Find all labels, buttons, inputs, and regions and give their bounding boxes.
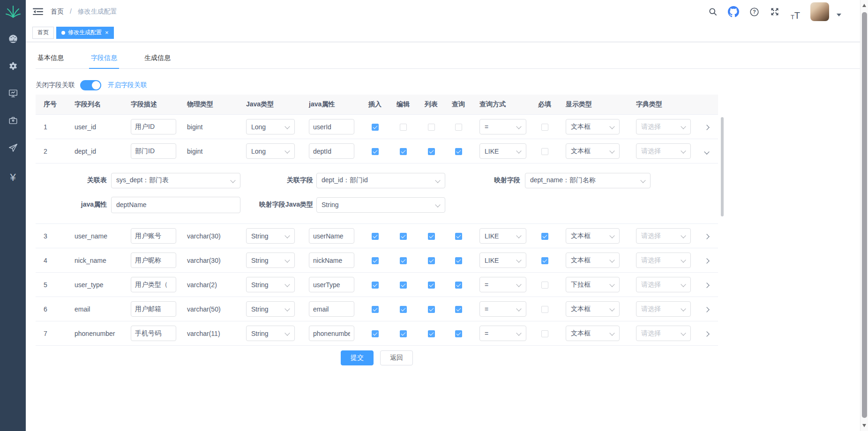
list-checkbox[interactable] [428, 282, 435, 289]
list-checkbox[interactable] [428, 257, 435, 264]
relation-table-select[interactable]: sys_dept：部门表 [111, 173, 240, 188]
required-checkbox[interactable] [541, 257, 548, 264]
insert-checkbox[interactable] [372, 124, 379, 131]
query-checkbox[interactable] [455, 306, 462, 313]
insert-checkbox[interactable] [372, 306, 379, 313]
submit-button[interactable]: 提交 [341, 350, 374, 365]
back-button[interactable]: 返回 [380, 350, 413, 365]
java-attr-input[interactable] [309, 326, 354, 341]
list-checkbox[interactable] [428, 148, 435, 155]
edit-checkbox[interactable] [400, 148, 407, 155]
query-checkbox[interactable] [455, 233, 462, 240]
dict-type-select[interactable]: 请选择 [636, 228, 691, 244]
java-type-select[interactable]: String [246, 301, 295, 317]
query-checkbox[interactable] [455, 148, 462, 155]
mapping-field-select[interactable]: dept_name：部门名称 [525, 173, 651, 188]
table-scrollbar-thumb[interactable] [721, 117, 724, 216]
java-type-select[interactable]: Long [246, 143, 295, 159]
close-icon[interactable]: × [105, 30, 109, 36]
dict-type-select[interactable]: 请选择 [636, 301, 691, 317]
expand-row-icon[interactable] [704, 307, 709, 312]
query-checkbox[interactable] [455, 124, 462, 131]
field-desc-input[interactable] [131, 119, 176, 134]
font-size-icon[interactable]: TT [787, 3, 804, 20]
display-type-select[interactable]: 文本框 [566, 143, 620, 159]
java-attr-input[interactable] [309, 143, 354, 159]
page-scrollbar-thumb[interactable] [862, 12, 867, 418]
field-desc-input[interactable] [131, 277, 176, 292]
relation-field-select[interactable]: dept_id：部门id [316, 173, 445, 188]
caret-down-icon[interactable] [837, 14, 841, 16]
insert-checkbox[interactable] [372, 282, 379, 289]
tab-gen-info[interactable]: 生成信息 [142, 49, 172, 68]
required-checkbox[interactable] [541, 124, 548, 131]
field-desc-input[interactable] [131, 253, 176, 268]
help-icon[interactable]: ? [746, 3, 763, 20]
display-type-select[interactable]: 文本框 [566, 253, 620, 268]
list-checkbox[interactable] [428, 330, 435, 337]
java-type-select[interactable]: String [246, 326, 295, 341]
query-checkbox[interactable] [455, 257, 462, 264]
dict-type-select[interactable]: 请选择 [636, 326, 691, 341]
dict-type-select[interactable]: 请选择 [636, 143, 691, 159]
field-relation-switch[interactable] [80, 80, 101, 90]
field-desc-input[interactable] [131, 326, 176, 341]
java-type-select[interactable]: String [246, 228, 295, 244]
edit-checkbox[interactable] [400, 306, 407, 313]
tag-current-page[interactable]: 修改生成配置 × [56, 27, 114, 39]
required-checkbox[interactable] [541, 306, 548, 313]
search-icon[interactable] [704, 3, 721, 20]
query-type-select[interactable]: = [479, 326, 526, 341]
expand-row-icon[interactable] [704, 282, 709, 288]
mapping-java-attr-input[interactable] [111, 197, 240, 213]
tab-basic-info[interactable]: 基本信息 [36, 49, 66, 68]
insert-checkbox[interactable] [372, 148, 379, 155]
field-desc-input[interactable] [131, 143, 176, 159]
app-logo[interactable] [0, 0, 26, 23]
required-checkbox[interactable] [541, 148, 548, 155]
dict-type-select[interactable]: 请选择 [636, 119, 691, 134]
sidebar-item-system[interactable] [0, 52, 26, 80]
edit-checkbox[interactable] [400, 233, 407, 240]
scroll-down-arrow-icon[interactable] [862, 424, 866, 427]
java-type-select[interactable]: Long [246, 119, 295, 134]
query-checkbox[interactable] [455, 282, 462, 289]
query-type-select[interactable]: = [479, 301, 526, 317]
java-type-select[interactable]: String [246, 253, 295, 268]
java-type-select[interactable]: String [246, 277, 295, 292]
table-scrollbar[interactable] [721, 117, 724, 312]
required-checkbox[interactable] [541, 233, 548, 240]
list-checkbox[interactable] [428, 124, 435, 131]
list-checkbox[interactable] [428, 306, 435, 313]
collapse-row-icon[interactable] [704, 149, 709, 154]
insert-checkbox[interactable] [372, 330, 379, 337]
list-checkbox[interactable] [428, 233, 435, 240]
sidebar-item-tools[interactable] [0, 107, 26, 134]
query-type-select[interactable]: = [479, 119, 526, 134]
github-icon[interactable] [725, 3, 742, 20]
dict-type-select[interactable]: 请选择 [636, 277, 691, 292]
breadcrumb-home[interactable]: 首页 [51, 7, 64, 15]
insert-checkbox[interactable] [372, 233, 379, 240]
edit-checkbox[interactable] [400, 282, 407, 289]
expand-row-icon[interactable] [704, 258, 709, 263]
field-desc-input[interactable] [131, 228, 176, 244]
java-attr-input[interactable] [309, 253, 354, 268]
display-type-select[interactable]: 文本框 [566, 228, 620, 244]
tab-field-info[interactable]: 字段信息 [89, 49, 119, 68]
display-type-select[interactable]: 文本框 [566, 119, 620, 134]
avatar[interactable] [810, 2, 829, 21]
expand-row-icon[interactable] [704, 234, 709, 239]
scroll-up-arrow-icon[interactable] [862, 4, 866, 7]
query-checkbox[interactable] [455, 330, 462, 337]
insert-checkbox[interactable] [372, 257, 379, 264]
sidebar-item-job[interactable] [0, 134, 26, 161]
java-attr-input[interactable] [309, 301, 354, 317]
page-scrollbar[interactable] [860, 0, 868, 431]
mapping-java-type-select[interactable]: String [316, 197, 445, 213]
sidebar-item-finance[interactable]: ¥ [0, 164, 26, 191]
query-type-select[interactable]: LIKE [479, 228, 526, 244]
fullscreen-icon[interactable] [766, 3, 783, 20]
query-type-select[interactable]: = [479, 277, 526, 292]
menu-fold-icon[interactable] [33, 7, 43, 16]
